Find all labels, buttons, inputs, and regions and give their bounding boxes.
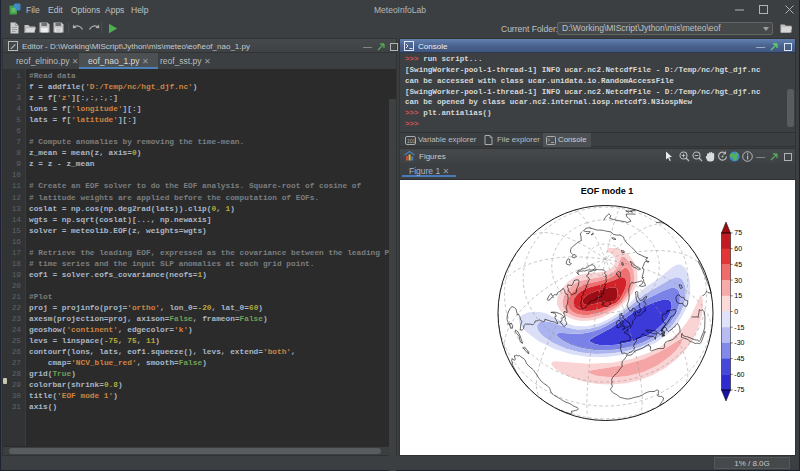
svg-text:-75: -75 [734, 386, 744, 393]
svg-text:EOF mode 1: EOF mode 1 [581, 186, 634, 196]
svg-text:-30: -30 [734, 339, 744, 346]
svg-text:-15: -15 [734, 324, 744, 331]
svg-text:0: 0 [734, 308, 738, 315]
svg-text:-45: -45 [734, 355, 744, 362]
svg-text:45: 45 [734, 261, 742, 268]
svg-text:30: 30 [734, 277, 742, 284]
svg-text:15: 15 [734, 292, 742, 299]
svg-text:60: 60 [734, 245, 742, 252]
svg-text:101: 101 [407, 138, 416, 144]
svg-text:-60: -60 [734, 371, 744, 378]
svg-text:75: 75 [734, 229, 742, 236]
